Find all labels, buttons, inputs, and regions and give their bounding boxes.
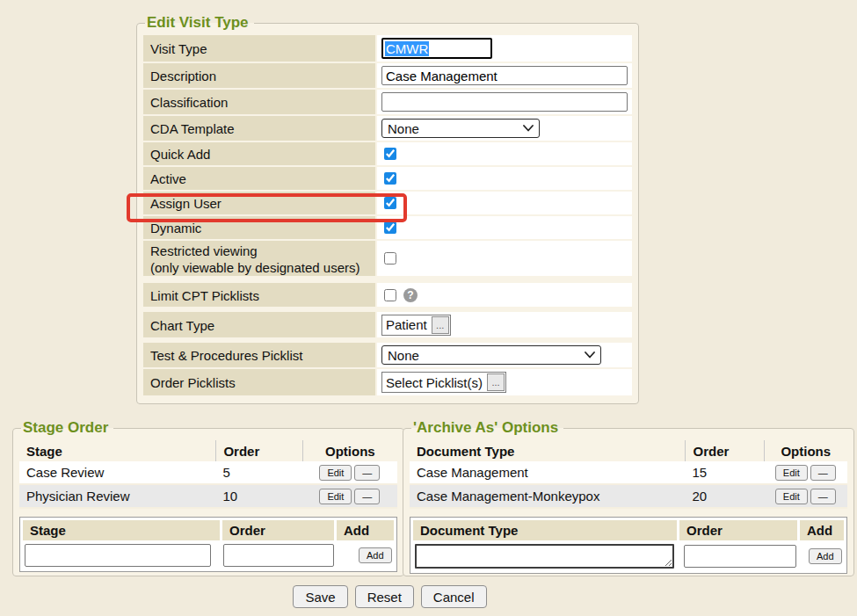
- stage-order-legend: Stage Order: [21, 419, 113, 437]
- column-header-stage: Stage: [23, 520, 220, 540]
- column-header-order: Order: [215, 440, 302, 461]
- document-type-cell: Case Management-Monkeypox: [410, 485, 685, 507]
- document-type-cell: Case Management: [410, 461, 685, 483]
- archive-as-panel: 'Archive As' Options Document Type Order…: [403, 419, 854, 576]
- column-header-options: Options: [302, 440, 396, 461]
- order-cell: 5: [215, 461, 302, 483]
- order-picklists-value[interactable]: Select Picklist(s): [382, 373, 486, 392]
- description-label: Description: [143, 63, 375, 88]
- stage-order-input[interactable]: [223, 544, 334, 567]
- column-header-stage: Stage: [19, 440, 215, 461]
- table-row: Case Management-Monkeypox 20 Edit —: [410, 485, 847, 509]
- order-picklists-browse-button[interactable]: ...: [487, 373, 505, 391]
- order-picklists-picker: Select Picklist(s) ...: [381, 372, 506, 393]
- order-picklists-row: Order Picklists Select Picklist(s) ...: [143, 369, 632, 395]
- chevron-down-icon: [523, 125, 534, 132]
- dynamic-checkbox[interactable]: [384, 221, 396, 234]
- document-type-textarea[interactable]: [415, 544, 674, 569]
- visit-type-input[interactable]: CMWR: [381, 38, 492, 59]
- edit-button[interactable]: Edit: [319, 489, 352, 504]
- add-archive-button[interactable]: Add: [809, 548, 842, 564]
- column-header-add: Add: [800, 520, 844, 540]
- edit-button[interactable]: Edit: [319, 465, 352, 481]
- archive-as-table: Document Type Order Options Case Managem…: [410, 440, 847, 509]
- remove-button[interactable]: —: [810, 465, 836, 481]
- quick-add-label: Quick Add: [143, 142, 375, 165]
- test-procedures-row: Test & Procedures Picklist None: [143, 343, 632, 367]
- description-input[interactable]: [381, 66, 628, 85]
- edit-visit-type-legend: Edit Visit Type: [145, 14, 254, 32]
- edit-button[interactable]: Edit: [775, 465, 808, 481]
- chevron-down-icon: [585, 351, 595, 359]
- edit-visit-type-panel: Edit Visit Type Visit Type CMWR Descript…: [136, 14, 639, 404]
- table-row: Physician Review 10 Edit —: [19, 485, 397, 509]
- assign-user-row: Assign User: [143, 192, 632, 214]
- classification-label: Classification: [143, 90, 375, 114]
- remove-button[interactable]: —: [810, 489, 836, 504]
- active-checkbox[interactable]: [384, 172, 396, 185]
- footer-actions: Save Reset Cancel: [0, 585, 857, 608]
- help-icon[interactable]: ?: [403, 288, 418, 302]
- stage-order-table: Stage Order Options Case Review 5 Edit —…: [19, 440, 397, 509]
- chart-type-label: Chart Type: [143, 312, 375, 337]
- cda-template-label: CDA Template: [143, 116, 375, 141]
- chart-type-browse-button[interactable]: ...: [432, 316, 449, 334]
- column-header-order: Order: [685, 440, 764, 461]
- archive-as-header: Document Type Order Options: [410, 440, 847, 461]
- restricted-viewing-checkbox[interactable]: [384, 252, 396, 265]
- remove-button[interactable]: —: [354, 465, 380, 481]
- order-cell: 15: [685, 461, 764, 483]
- archive-add-table: Document Type Order Add Add: [410, 517, 847, 574]
- column-header-document-type: Document Type: [413, 520, 677, 540]
- description-row: Description: [143, 63, 632, 88]
- cda-template-select[interactable]: None: [381, 119, 540, 138]
- chart-type-value[interactable]: Patient: [382, 315, 431, 335]
- limit-cpt-label: Limit CPT Picklists: [143, 283, 375, 307]
- limit-cpt-row: Limit CPT Picklists ?: [143, 283, 632, 307]
- column-header-document-type: Document Type: [410, 440, 685, 461]
- cancel-button[interactable]: Cancel: [421, 585, 487, 608]
- assign-user-checkbox[interactable]: [384, 197, 396, 209]
- archive-as-legend: 'Archive As' Options: [411, 419, 563, 437]
- add-stage-button[interactable]: Add: [359, 547, 392, 563]
- cda-template-selected-value: None: [388, 121, 419, 136]
- quick-add-checkbox[interactable]: [384, 148, 396, 160]
- test-procedures-select[interactable]: None: [381, 345, 601, 365]
- active-label: Active: [143, 167, 375, 190]
- quick-add-row: Quick Add: [143, 142, 632, 165]
- test-procedures-label: Test & Procedures Picklist: [143, 343, 375, 367]
- column-header-options: Options: [764, 440, 847, 461]
- active-row: Active: [143, 167, 632, 190]
- save-button[interactable]: Save: [293, 585, 347, 608]
- stage-name-input[interactable]: [25, 544, 211, 567]
- chart-type-row: Chart Type Patient ...: [143, 312, 632, 337]
- dynamic-label: Dynamic: [143, 216, 375, 239]
- chart-type-picker: Patient ...: [381, 315, 451, 336]
- stage-order-panel: Stage Order Stage Order Options Case Rev…: [12, 419, 404, 576]
- classification-row: Classification: [143, 90, 632, 114]
- visit-type-selected-text: CMWR: [385, 41, 429, 56]
- classification-input[interactable]: [381, 92, 628, 112]
- edit-button[interactable]: Edit: [775, 489, 808, 504]
- stage-cell: Case Review: [19, 461, 215, 483]
- restricted-viewing-label: Restricted viewing (only viewable by des…: [143, 241, 375, 276]
- visit-type-label: Visit Type: [143, 35, 375, 62]
- cda-template-row: CDA Template None: [143, 116, 632, 141]
- restricted-viewing-row: Restricted viewing (only viewable by des…: [143, 241, 632, 276]
- dynamic-row: Dynamic: [143, 216, 632, 239]
- column-header-order: Order: [679, 520, 797, 540]
- reset-button[interactable]: Reset: [355, 585, 414, 608]
- stage-cell: Physician Review: [19, 485, 215, 507]
- limit-cpt-checkbox[interactable]: [384, 289, 396, 301]
- visit-type-row: Visit Type CMWR: [143, 35, 632, 62]
- test-procedures-selected-value: None: [388, 348, 419, 363]
- stage-order-header: Stage Order Options: [19, 440, 397, 461]
- table-row: Case Management 15 Edit —: [410, 461, 847, 485]
- table-row: Case Review 5 Edit —: [19, 461, 397, 485]
- order-cell: 20: [685, 485, 764, 507]
- assign-user-label: Assign User: [143, 192, 375, 214]
- archive-order-input[interactable]: [684, 545, 796, 568]
- column-header-order: Order: [222, 520, 334, 540]
- column-header-add: Add: [337, 520, 394, 540]
- remove-button[interactable]: —: [354, 489, 380, 504]
